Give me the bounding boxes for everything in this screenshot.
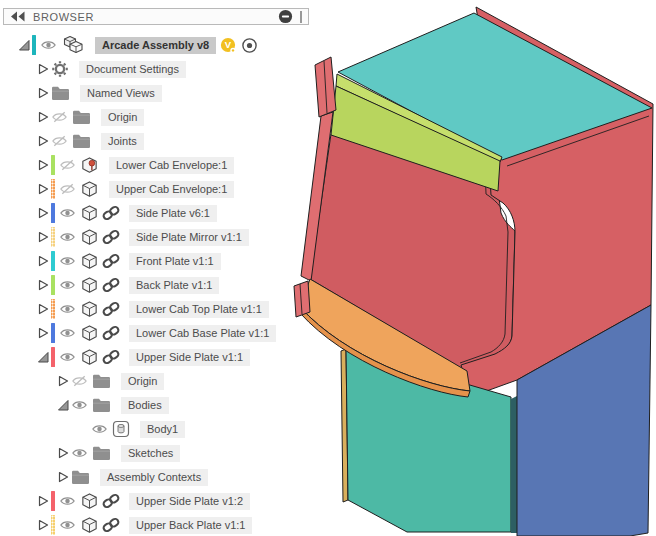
expand-toggle-closed-icon[interactable] <box>36 86 51 100</box>
visibility-off-icon[interactable] <box>51 134 69 148</box>
visibility-on-icon[interactable] <box>71 398 89 412</box>
item-label[interactable]: Upper Side Plate v1:2 <box>129 493 250 510</box>
expand-toggle-closed-icon[interactable] <box>36 110 51 124</box>
item-label[interactable]: Bodies <box>121 397 169 414</box>
item-label[interactable]: Origin <box>101 109 144 126</box>
tree-row[interactable]: Arcade Assembly v8V <box>0 33 292 57</box>
tree-row[interactable]: Side Plate v6:1 <box>0 201 292 225</box>
model-lower-gap-shadow <box>511 396 517 533</box>
component-icon <box>80 180 99 199</box>
folder-icon <box>72 133 91 149</box>
visibility-on-icon[interactable] <box>91 422 109 436</box>
expand-toggle-closed-icon[interactable] <box>36 62 51 76</box>
expand-toggle-closed-icon[interactable] <box>36 158 51 172</box>
minimize-panel-icon[interactable] <box>278 9 293 24</box>
item-label[interactable]: Upper Cab Envelope:1 <box>109 181 234 198</box>
assembly-icon <box>61 35 85 55</box>
tree-row[interactable]: Back Plate v1:1 <box>0 273 292 297</box>
expand-toggle-open-icon[interactable] <box>36 350 51 364</box>
item-label[interactable]: Arcade Assembly v8 <box>95 37 216 54</box>
component-icon <box>80 300 99 319</box>
component-pinned-icon <box>80 156 99 175</box>
tree-row[interactable]: Upper Side Plate v1:1 <box>0 345 292 369</box>
visibility-on-icon[interactable] <box>59 494 77 508</box>
expand-toggle-closed-icon[interactable] <box>36 230 51 244</box>
item-label[interactable]: Back Plate v1:1 <box>129 277 219 294</box>
tree-row[interactable]: Document Settings <box>0 57 292 81</box>
expand-toggle-closed-icon[interactable] <box>56 470 71 484</box>
component-icon <box>80 204 99 223</box>
expand-toggle-closed-icon[interactable] <box>36 182 51 196</box>
item-label[interactable]: Named Views <box>80 85 162 102</box>
expand-toggle-closed-icon[interactable] <box>56 374 71 388</box>
visibility-on-icon[interactable] <box>59 350 77 364</box>
expand-toggle-open-icon[interactable] <box>56 398 71 412</box>
item-label[interactable]: Lower Cab Envelope:1 <box>109 157 234 174</box>
tree-row[interactable]: Upper Back Plate v1:1 <box>0 513 292 536</box>
tree-row[interactable]: Lower Cab Base Plate v1:1 <box>0 321 292 345</box>
visibility-on-icon[interactable] <box>59 254 77 268</box>
item-label[interactable]: Origin <box>121 373 164 390</box>
item-label[interactable]: Body1 <box>140 421 185 438</box>
item-label[interactable]: Upper Side Plate v1:1 <box>129 349 250 366</box>
tree-row[interactable]: Lower Cab Envelope:1 <box>0 153 292 177</box>
tree-row[interactable]: Named Views <box>0 81 292 105</box>
item-label[interactable]: Sketches <box>121 445 180 462</box>
expand-toggle-closed-icon[interactable] <box>36 206 51 220</box>
component-icon <box>80 516 99 535</box>
panel-drag-handle[interactable] <box>300 11 302 23</box>
item-label[interactable]: Document Settings <box>79 61 186 78</box>
active-badge[interactable] <box>241 37 258 54</box>
visibility-on-icon[interactable] <box>59 206 77 220</box>
link-icon <box>102 348 120 366</box>
item-label[interactable]: Lower Cab Top Plate v1:1 <box>129 301 269 318</box>
tree-row[interactable]: Body1 <box>0 417 292 441</box>
tree-row[interactable]: Origin <box>0 369 292 393</box>
item-label[interactable]: Joints <box>101 133 144 150</box>
visibility-on-icon[interactable] <box>71 446 89 460</box>
component-color-bar <box>32 35 36 55</box>
tree-row[interactable]: Bodies <box>0 393 292 417</box>
tree-row[interactable]: Front Plate v1:1 <box>0 249 292 273</box>
visibility-off-icon[interactable] <box>51 110 69 124</box>
folder-icon <box>92 445 111 461</box>
visibility-on-icon[interactable] <box>59 278 77 292</box>
item-label[interactable]: Assembly Contexts <box>100 469 208 486</box>
expand-toggle-closed-icon[interactable] <box>36 494 51 508</box>
expand-toggle-closed-icon[interactable] <box>56 446 71 460</box>
item-label[interactable]: Side Plate Mirror v1:1 <box>129 229 249 246</box>
component-icon <box>80 276 99 295</box>
item-label[interactable]: Upper Back Plate v1:1 <box>129 517 252 534</box>
item-label[interactable]: Front Plate v1:1 <box>129 253 221 270</box>
version-badge[interactable]: V <box>220 37 237 54</box>
tree-row[interactable]: Joints <box>0 129 292 153</box>
tree-row[interactable]: Side Plate Mirror v1:1 <box>0 225 292 249</box>
visibility-on-icon[interactable] <box>59 230 77 244</box>
collapse-panel-icon[interactable] <box>10 11 26 22</box>
tree-row[interactable]: Assembly Contexts <box>0 465 292 489</box>
tree-row[interactable]: Sketches <box>0 441 292 465</box>
expand-toggle-closed-icon[interactable] <box>36 254 51 268</box>
panel-title: BROWSER <box>33 11 94 23</box>
tree-row[interactable]: Upper Cab Envelope:1 <box>0 177 292 201</box>
tree-row[interactable]: Upper Side Plate v1:2 <box>0 489 292 513</box>
visibility-on-icon[interactable] <box>59 326 77 340</box>
expand-toggle-closed-icon[interactable] <box>36 134 51 148</box>
expand-toggle-closed-icon[interactable] <box>36 326 51 340</box>
visibility-off-icon[interactable] <box>59 158 77 172</box>
expand-toggle-closed-icon[interactable] <box>36 302 51 316</box>
item-label[interactable]: Side Plate v6:1 <box>129 205 217 222</box>
visibility-on-icon[interactable] <box>59 518 77 532</box>
component-color-bar <box>51 491 55 511</box>
component-color-bar <box>51 179 55 199</box>
visibility-on-icon[interactable] <box>59 302 77 316</box>
expand-toggle-closed-icon[interactable] <box>36 278 51 292</box>
visibility-off-icon[interactable] <box>71 374 89 388</box>
item-label[interactable]: Lower Cab Base Plate v1:1 <box>129 325 276 342</box>
tree-row[interactable]: Lower Cab Top Plate v1:1 <box>0 297 292 321</box>
visibility-off-icon[interactable] <box>59 182 77 196</box>
tree-row[interactable]: Origin <box>0 105 292 129</box>
expand-toggle-closed-icon[interactable] <box>36 518 51 532</box>
expand-toggle-open-icon[interactable] <box>17 38 32 52</box>
visibility-on-icon[interactable] <box>40 38 58 52</box>
